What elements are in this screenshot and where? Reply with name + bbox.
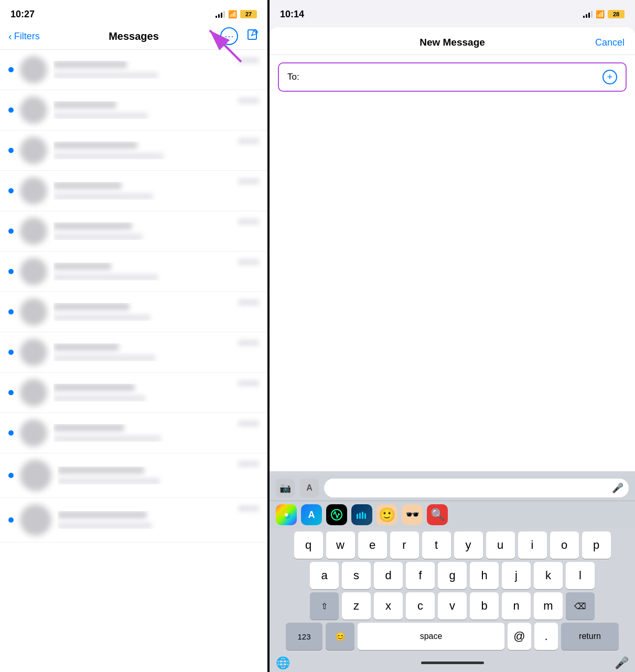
globe-icon[interactable]: 🌐 bbox=[276, 656, 290, 670]
globe-search-app-icon[interactable]: 🔍 bbox=[427, 504, 448, 525]
memoji-app-icon[interactable]: 🙂 bbox=[376, 504, 397, 525]
key-h[interactable]: h bbox=[470, 562, 499, 589]
mic-dictation-icon[interactable]: 🎤 bbox=[615, 656, 629, 670]
delete-button[interactable]: ⌫ bbox=[566, 592, 595, 620]
emoji-button[interactable]: 😊 bbox=[326, 623, 354, 650]
message-content bbox=[53, 303, 232, 321]
key-k[interactable]: k bbox=[534, 562, 563, 589]
unread-indicator bbox=[8, 430, 14, 436]
cancel-button[interactable]: Cancel bbox=[595, 37, 625, 48]
contact-name bbox=[53, 343, 119, 351]
key-t[interactable]: t bbox=[422, 532, 451, 559]
app-strip: A 🙂 bbox=[270, 501, 635, 528]
list-item[interactable] bbox=[0, 171, 267, 211]
appstore-app-icon[interactable]: A bbox=[301, 504, 322, 525]
key-n[interactable]: n bbox=[502, 592, 531, 620]
messages-title: Messages bbox=[109, 30, 159, 42]
list-item[interactable] bbox=[0, 413, 267, 453]
messages-list bbox=[0, 50, 267, 672]
activity-app-icon[interactable] bbox=[326, 504, 347, 525]
contact-name bbox=[53, 303, 130, 310]
contact-name bbox=[53, 384, 135, 391]
keyboard-row-1: q w e r t y u i o p bbox=[272, 532, 633, 559]
list-item[interactable] bbox=[0, 453, 267, 498]
list-item[interactable] bbox=[0, 373, 267, 413]
key-a[interactable]: a bbox=[310, 562, 339, 589]
message-preview bbox=[53, 193, 153, 200]
list-item[interactable] bbox=[0, 292, 267, 332]
list-item[interactable] bbox=[0, 131, 267, 171]
list-item[interactable] bbox=[0, 90, 267, 131]
key-u[interactable]: u bbox=[486, 532, 515, 559]
left-status-icons: 📶 27 bbox=[216, 10, 257, 18]
contact-name bbox=[53, 222, 132, 230]
key-j[interactable]: j bbox=[502, 562, 531, 589]
list-item[interactable] bbox=[0, 211, 267, 252]
message-time bbox=[238, 340, 259, 346]
key-e[interactable]: e bbox=[358, 532, 387, 559]
message-compose-area[interactable] bbox=[270, 99, 635, 471]
filters-back-button[interactable]: ‹ Filters bbox=[8, 30, 40, 42]
wifi-icon: 📶 bbox=[596, 10, 605, 18]
key-d[interactable]: d bbox=[374, 562, 403, 589]
message-content bbox=[53, 222, 232, 240]
key-o[interactable]: o bbox=[550, 532, 579, 559]
message-preview bbox=[53, 234, 143, 240]
message-content bbox=[53, 343, 232, 361]
key-q[interactable]: q bbox=[294, 532, 323, 559]
at-button[interactable]: @ bbox=[508, 623, 531, 650]
numbers-button[interactable]: 123 bbox=[286, 623, 322, 650]
photos-app-icon[interactable] bbox=[276, 504, 297, 525]
key-f[interactable]: f bbox=[406, 562, 435, 589]
wifi-icon: 📶 bbox=[228, 10, 237, 18]
unread-indicator bbox=[8, 390, 14, 395]
period-button[interactable]: . bbox=[534, 623, 558, 650]
unread-indicator bbox=[8, 269, 14, 274]
key-c[interactable]: c bbox=[406, 592, 435, 620]
avatar bbox=[20, 379, 47, 406]
key-p[interactable]: p bbox=[582, 532, 611, 559]
sheet-header: New Message Cancel bbox=[270, 27, 635, 55]
search-bar[interactable]: 🎤 bbox=[324, 479, 629, 497]
key-i[interactable]: i bbox=[518, 532, 547, 559]
camera-button[interactable]: 📷 bbox=[276, 479, 295, 497]
message-preview bbox=[53, 355, 156, 361]
add-contact-button[interactable]: + bbox=[602, 70, 617, 84]
key-w[interactable]: w bbox=[326, 532, 355, 559]
message-content bbox=[53, 263, 232, 280]
key-g[interactable]: g bbox=[438, 562, 467, 589]
shift-button[interactable]: ⇧ bbox=[310, 592, 339, 620]
key-x[interactable]: x bbox=[374, 592, 403, 620]
soundcloud-app-icon[interactable] bbox=[351, 504, 372, 525]
list-item[interactable] bbox=[0, 252, 267, 292]
list-item[interactable] bbox=[0, 332, 267, 373]
avatar bbox=[20, 419, 47, 447]
keyboard-row-2: a s d f g h j k l bbox=[272, 562, 633, 589]
return-button[interactable]: return bbox=[561, 623, 619, 650]
contact-name bbox=[53, 424, 124, 431]
battery-icon: 28 bbox=[608, 10, 625, 18]
key-m[interactable]: m bbox=[534, 592, 563, 620]
to-input[interactable] bbox=[303, 72, 602, 82]
glasses-app-icon[interactable]: 🕶️ bbox=[402, 504, 423, 525]
key-y[interactable]: y bbox=[454, 532, 483, 559]
message-preview bbox=[53, 72, 158, 79]
key-l[interactable]: l bbox=[566, 562, 595, 589]
sheet-title: New Message bbox=[419, 37, 485, 48]
key-v[interactable]: v bbox=[438, 592, 467, 620]
key-z[interactable]: z bbox=[342, 592, 371, 620]
message-preview bbox=[53, 315, 150, 321]
contact-name bbox=[53, 182, 122, 189]
emoji-icon: 😊 bbox=[335, 632, 346, 642]
avatar bbox=[20, 298, 47, 326]
list-item[interactable] bbox=[0, 498, 267, 543]
key-b[interactable]: b bbox=[470, 592, 499, 620]
space-button[interactable]: space bbox=[358, 623, 504, 650]
message-time bbox=[238, 219, 259, 225]
key-r[interactable]: r bbox=[390, 532, 419, 559]
message-preview bbox=[58, 478, 160, 484]
arrow-annotation bbox=[199, 25, 252, 69]
key-s[interactable]: s bbox=[342, 562, 371, 589]
apps-button[interactable]: A bbox=[300, 479, 319, 497]
svg-rect-5 bbox=[357, 514, 358, 519]
